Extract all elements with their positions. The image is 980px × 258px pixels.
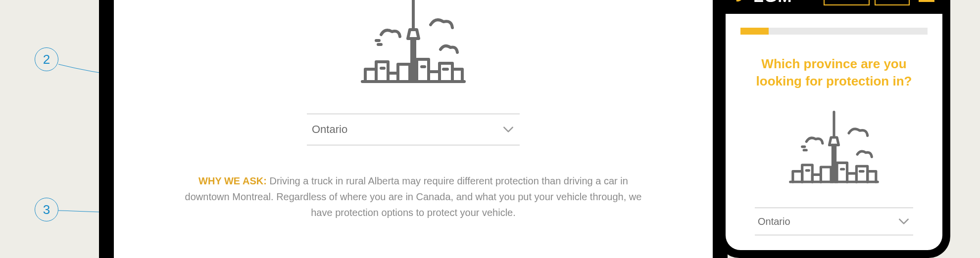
progress-fill [740, 28, 769, 35]
city-illustration-mobile [780, 108, 888, 197]
why-we-ask-block: WHY WE ASK: Driving a truck in rural Alb… [181, 173, 646, 220]
chevron-down-icon [502, 123, 515, 136]
province-selected-value-mobile: Ontario [758, 216, 790, 227]
desktop-page: Ontario WHY WE ASK: Driving a truck in r… [114, 0, 713, 258]
mobile-header: LGM Dealers HUB [726, 0, 942, 14]
annotation-number: 3 [35, 198, 58, 221]
province-select-mobile[interactable]: Ontario [755, 208, 913, 235]
annotation-number: 2 [35, 47, 58, 71]
province-select[interactable]: Ontario [307, 114, 520, 145]
why-we-ask-label: WHY WE ASK: [198, 175, 267, 186]
mobile-body: Which province are you looking for prote… [726, 14, 942, 235]
brand-name: LGM [753, 0, 792, 6]
chevron-down-icon [897, 215, 910, 228]
city-illustration [356, 0, 470, 99]
province-selected-value: Ontario [312, 123, 347, 136]
progress-bar [740, 28, 928, 35]
annotation-marker-2: 2 [35, 47, 58, 71]
hamburger-menu-icon[interactable] [919, 0, 934, 2]
brand-logo: LGM [734, 0, 819, 6]
annotation-marker-3: 3 [35, 198, 58, 221]
logo-mark-icon [734, 0, 750, 4]
dealers-button[interactable]: Dealers [824, 0, 870, 5]
mobile-device-frame: LGM Dealers HUB Which province are you l… [718, 0, 950, 258]
page-heading: Which province are you looking for prote… [740, 55, 928, 90]
mobile-page: LGM Dealers HUB Which province are you l… [726, 0, 942, 250]
hub-button[interactable]: HUB [875, 0, 910, 5]
desktop-device-frame: Ontario WHY WE ASK: Driving a truck in r… [99, 0, 728, 258]
